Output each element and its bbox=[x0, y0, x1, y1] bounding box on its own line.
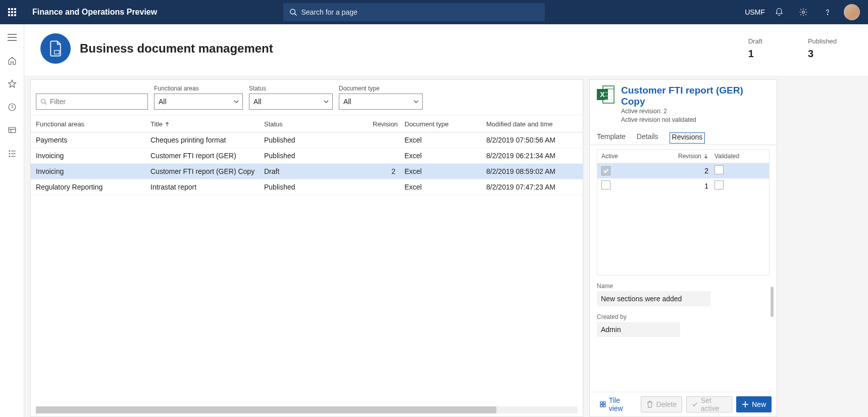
nav-home[interactable] bbox=[2, 52, 22, 70]
filter-label-functional: Functional areas bbox=[154, 85, 243, 92]
active-checkbox[interactable] bbox=[601, 180, 610, 190]
svg-rect-30 bbox=[600, 405, 602, 407]
detail-header: X Customer FTI report (GER) Copy Active … bbox=[590, 80, 777, 126]
table-row[interactable]: Payments Cheques printing format Publish… bbox=[31, 132, 583, 148]
nav-hamburger[interactable] bbox=[2, 28, 22, 47]
nav-recent[interactable] bbox=[2, 98, 22, 116]
field-label: Created by bbox=[597, 313, 770, 320]
new-button[interactable]: New bbox=[736, 396, 772, 412]
tab-revisions[interactable]: Revisions bbox=[670, 132, 705, 144]
field-created-by: Created by bbox=[590, 306, 777, 337]
grid-body: Payments Cheques printing format Publish… bbox=[31, 132, 583, 406]
svg-point-2 bbox=[802, 11, 805, 14]
horizontal-scrollbar[interactable] bbox=[36, 406, 578, 413]
topbar-right: USMF bbox=[743, 0, 868, 24]
star-icon bbox=[8, 79, 17, 88]
svg-point-16 bbox=[9, 156, 10, 157]
scrollbar-thumb[interactable] bbox=[36, 406, 496, 413]
filter-label-doctype: Document type bbox=[339, 85, 423, 92]
svg-text:X: X bbox=[600, 90, 605, 99]
tile-view-button[interactable]: Tile view bbox=[595, 396, 637, 412]
svg-rect-9 bbox=[9, 127, 16, 133]
name-input[interactable] bbox=[597, 291, 710, 306]
sort-desc-icon bbox=[703, 154, 708, 159]
svg-point-12 bbox=[9, 151, 10, 152]
nav-modules[interactable] bbox=[2, 145, 22, 163]
settings-button[interactable] bbox=[791, 0, 815, 24]
col-validated[interactable]: Validated bbox=[708, 153, 765, 160]
svg-rect-29 bbox=[603, 402, 605, 404]
detail-footer: Tile view Delete Set active New bbox=[590, 392, 777, 416]
svg-point-4 bbox=[827, 14, 828, 15]
user-menu[interactable] bbox=[840, 0, 864, 24]
validated-checkbox[interactable] bbox=[714, 165, 724, 174]
nav-workspaces[interactable] bbox=[2, 121, 22, 140]
filter-document-type[interactable]: All bbox=[339, 94, 423, 110]
stat-value: 3 bbox=[808, 48, 837, 60]
detail-subtitle-2: Active revision not validated bbox=[621, 116, 770, 124]
filter-status[interactable]: All bbox=[249, 94, 333, 110]
filter-search-icon bbox=[40, 98, 47, 105]
left-nav-rail bbox=[0, 24, 24, 417]
detail-subtitle-1: Active revision: 2 bbox=[621, 107, 770, 116]
check-icon bbox=[692, 401, 698, 408]
search-input[interactable] bbox=[301, 8, 539, 16]
revision-row[interactable]: 1 bbox=[597, 178, 769, 194]
chevron-down-icon bbox=[413, 99, 419, 105]
excel-icon: X bbox=[597, 85, 615, 124]
trash-icon bbox=[646, 401, 653, 408]
plus-icon bbox=[742, 401, 749, 408]
col-active[interactable]: Active bbox=[601, 153, 673, 160]
top-bar: Finance and Operations Preview USMF bbox=[0, 0, 868, 24]
tile-icon bbox=[600, 401, 606, 408]
grid-header-row: Functional areas Title Status Revision D… bbox=[31, 115, 583, 132]
chevron-down-icon bbox=[323, 99, 329, 105]
waffle-icon bbox=[8, 8, 16, 16]
gear-icon bbox=[799, 8, 808, 17]
nav-favorites[interactable] bbox=[2, 75, 22, 93]
col-modified[interactable]: Modified date and time bbox=[486, 120, 577, 128]
clock-icon bbox=[8, 103, 17, 112]
col-title[interactable]: Title bbox=[150, 120, 264, 128]
revision-row[interactable]: 2 bbox=[597, 163, 769, 178]
filter-label-status: Status bbox=[249, 85, 333, 92]
active-checkbox[interactable] bbox=[601, 166, 610, 175]
table-row[interactable]: Invoicing Customer FTI report (GER) Publ… bbox=[31, 148, 583, 164]
page-stats: Draft 1 Published 3 bbox=[748, 37, 852, 60]
filter-input-wrap[interactable] bbox=[36, 94, 148, 110]
created-by-input[interactable] bbox=[597, 322, 680, 337]
revisions-header: Active Revision Validated bbox=[597, 150, 769, 163]
filters-row: Functional areas All Status All Document… bbox=[31, 85, 583, 113]
svg-point-14 bbox=[9, 153, 10, 154]
stat-value: 1 bbox=[748, 48, 762, 60]
svg-rect-31 bbox=[603, 405, 605, 407]
page-icon bbox=[40, 33, 71, 64]
global-search[interactable] bbox=[283, 3, 545, 21]
vertical-scrollbar[interactable] bbox=[771, 287, 774, 317]
svg-line-20 bbox=[45, 103, 46, 104]
app-title: Finance and Operations Preview bbox=[24, 8, 157, 17]
document-icon bbox=[48, 40, 63, 57]
stat-label: Published bbox=[808, 37, 837, 45]
table-row[interactable]: Regulatory Reporting Intrastat report Pu… bbox=[31, 179, 583, 195]
app-launcher-button[interactable] bbox=[0, 0, 24, 24]
filter-functional-areas[interactable]: All bbox=[154, 94, 243, 110]
help-button[interactable] bbox=[815, 0, 840, 24]
tab-template[interactable]: Template bbox=[597, 132, 626, 145]
validated-checkbox[interactable] bbox=[714, 180, 724, 190]
detail-tabs: Template Details Revisions bbox=[590, 126, 777, 145]
svg-rect-18 bbox=[55, 51, 60, 54]
col-document-type[interactable]: Document type bbox=[400, 120, 486, 128]
tab-details[interactable]: Details bbox=[637, 132, 658, 145]
sort-asc-icon bbox=[165, 122, 170, 127]
notifications-button[interactable] bbox=[767, 0, 791, 24]
col-revision[interactable]: Revision bbox=[373, 120, 400, 128]
col-functional-areas[interactable]: Functional areas bbox=[36, 120, 150, 128]
filter-input[interactable] bbox=[50, 98, 143, 106]
delete-button[interactable]: Delete bbox=[641, 396, 682, 412]
table-row[interactable]: Invoicing Customer FTI report (GER) Copy… bbox=[31, 164, 583, 179]
set-active-button[interactable]: Set active bbox=[686, 396, 732, 412]
company-selector[interactable]: USMF bbox=[743, 0, 767, 24]
col-status[interactable]: Status bbox=[264, 120, 373, 128]
col-revision[interactable]: Revision bbox=[673, 153, 708, 160]
